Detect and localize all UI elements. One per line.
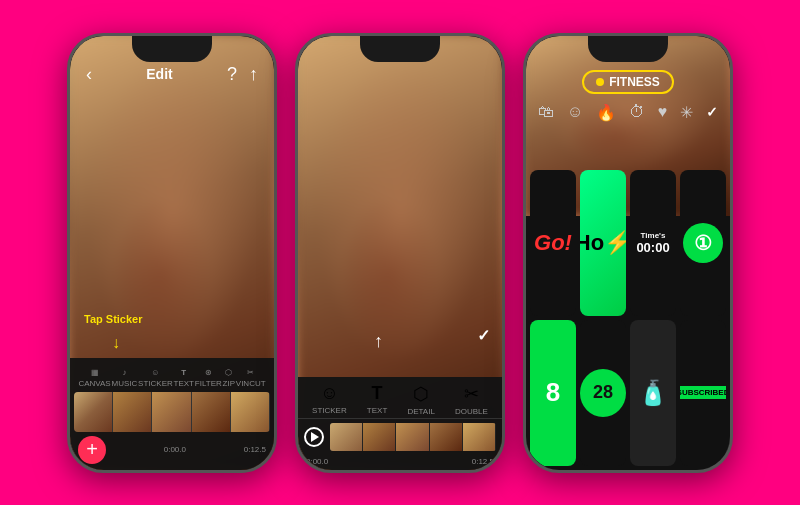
cat-timer-icon[interactable]: ⏱ (629, 103, 645, 121)
phone2-timeline (298, 419, 502, 455)
timeline-label-left: 0:00.0 (164, 445, 186, 454)
circle1-sticker[interactable]: ① (680, 170, 726, 316)
sticker-tool-btn[interactable]: ☺STICKER (312, 383, 347, 416)
music-btn[interactable]: ♪MUSIC (112, 368, 138, 388)
num28-sticker[interactable]: 28 (580, 320, 626, 466)
fitness-label: FITNESS (609, 75, 660, 89)
sticker-btn[interactable]: ☺STICKER (138, 368, 173, 388)
timeline-label-right: 0:12.5 (244, 445, 266, 454)
text-tool-btn[interactable]: TTEXT (367, 383, 387, 416)
fitness-pill[interactable]: FITNESS (582, 70, 674, 94)
add-button[interactable]: + (78, 436, 106, 464)
vincut-btn[interactable]: ✂VINCUT (236, 368, 266, 388)
timeline-bar-2 (330, 423, 496, 451)
tap-sticker-label: Tap Sticker (84, 313, 143, 325)
back-icon[interactable]: ‹ (86, 64, 92, 85)
sticker-toolbar: ☺STICKER TTEXT ⬡DETAIL ✂DOUBLE (298, 377, 502, 419)
num8-sticker[interactable]: 8 (530, 320, 576, 466)
text-btn[interactable]: TTEXT (174, 368, 194, 388)
canvas-btn[interactable]: ▦CANVAS (78, 368, 110, 388)
upload-arrow-icon: ↑ (374, 331, 383, 352)
phone3-top-bar: FITNESS 🛍 ☺ 🔥 ⏱ ♥ ✳ ✓ (526, 64, 730, 125)
filter-btn[interactable]: ⊛FILTER (195, 368, 222, 388)
phone2-bottom-controls: ☺STICKER TTEXT ⬡DETAIL ✂DOUBLE (298, 377, 502, 470)
timeline-time-left-2: 0:00.0 (306, 457, 328, 466)
subscribed-label: SUBSCRIBED (680, 386, 726, 399)
circle-1-icon: ① (683, 223, 723, 263)
times-sticker[interactable]: Time's 00:00 (630, 170, 676, 316)
zip-btn[interactable]: ⬡ZIP (223, 368, 235, 388)
phone1-header: ‹ Edit ? ↑ (70, 64, 274, 85)
sticker-grid: Go! Ho ⚡ Time's 00:00 ① 8 28 🧴 (526, 166, 730, 470)
cat-check-icon[interactable]: ✓ (706, 104, 718, 120)
control-icons-row: ▦CANVAS ♪MUSIC ☺STICKER TTEXT ⊛FILTER ⬡Z… (70, 364, 274, 392)
double-tool-btn[interactable]: ✂DOUBLE (455, 383, 488, 416)
fitness-search-row: FITNESS (526, 64, 730, 100)
detail-tool-btn[interactable]: ⬡DETAIL (407, 383, 434, 416)
header-action-icons: ? ↑ (227, 64, 258, 85)
bottle-sticker[interactable]: 🧴 (630, 320, 676, 466)
fitness-dot (596, 78, 604, 86)
phone1-bottom-controls: ▦CANVAS ♪MUSIC ☺STICKER TTEXT ⊛FILTER ⬡Z… (70, 358, 274, 470)
share-icon[interactable]: ↑ (249, 64, 258, 85)
phone-2: ↑ ✓ ☺STICKER TTEXT ⬡DETAIL ✂DOUBLE (295, 33, 505, 473)
cat-heart-icon[interactable]: ♥ (658, 103, 668, 121)
phone-1: ‹ Edit ? ↑ Tap Sticker ↓ ▦CANVAS ♪MUSIC … (67, 33, 277, 473)
tap-arrow-icon: ↓ (112, 334, 120, 352)
cat-fire-icon[interactable]: 🔥 (596, 103, 616, 122)
timeline-time-right-2: 0:12.5 (472, 457, 494, 466)
phone-3: FITNESS 🛍 ☺ 🔥 ⏱ ♥ ✳ ✓ Go! Ho ⚡ (523, 33, 733, 473)
cat-emoji-icon[interactable]: ☺ (567, 103, 583, 121)
cat-star-icon[interactable]: ✳ (680, 103, 693, 122)
num28-circle: 28 (580, 369, 626, 417)
checkmark-icon[interactable]: ✓ (477, 326, 490, 345)
subscribed-sticker[interactable]: SUBSCRIBED (680, 320, 726, 466)
help-icon[interactable]: ? (227, 64, 237, 85)
category-row: 🛍 ☺ 🔥 ⏱ ♥ ✳ ✓ (526, 100, 730, 125)
go-sticker[interactable]: Go! (530, 170, 576, 316)
edit-title: Edit (146, 66, 172, 82)
play-button-2[interactable] (304, 427, 324, 447)
cat-bag-icon[interactable]: 🛍 (538, 103, 554, 121)
holo-sticker[interactable]: Ho ⚡ (580, 170, 626, 316)
timeline-strip-1 (74, 392, 270, 432)
